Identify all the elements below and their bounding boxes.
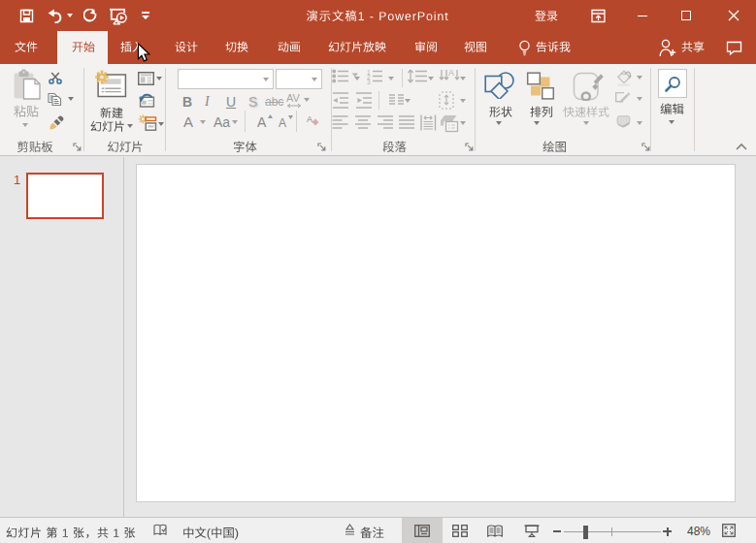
svg-text:A: A (448, 68, 454, 78)
svg-text:A: A (307, 114, 312, 124)
svg-text:AV: AV (286, 93, 301, 104)
svg-text:3: 3 (367, 79, 371, 85)
